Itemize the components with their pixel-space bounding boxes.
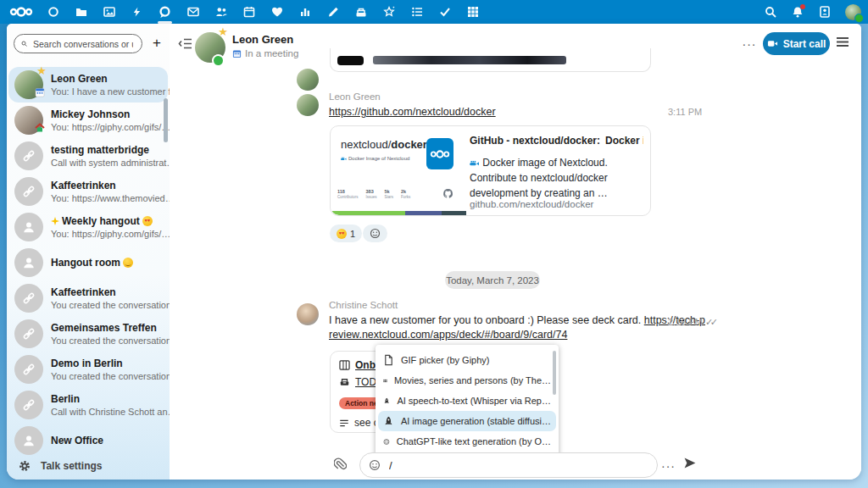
contacts-icon[interactable] — [214, 6, 227, 19]
conversation-last-message: You: https://www.themovied… — [51, 193, 168, 203]
rocket-icon — [383, 396, 390, 407]
read-receipt-icon: ✓✓ — [705, 317, 715, 328]
document-icon — [383, 354, 394, 366]
photos-icon[interactable] — [103, 6, 115, 19]
conversation-leon-green[interactable]: ★ Leon Green You: I have a new customer … — [8, 67, 168, 103]
docker-whale-icon — [470, 158, 480, 167]
conversation-demo-in-berlin[interactable]: Demo in Berlin You created the conversat… — [8, 352, 168, 387]
conversation-last-message: You created the conversation — [51, 300, 168, 310]
picker-item-chatgpt[interactable]: ChatGPT-like text generation (by O… — [376, 431, 559, 452]
person-icon — [22, 220, 36, 234]
paperclip-icon — [334, 456, 347, 470]
conversation-gemeinsames-treffen[interactable]: Gemeinsames Treffen You created the conv… — [8, 316, 168, 352]
mail-icon[interactable] — [186, 6, 199, 19]
conversation-name: Hangout room — [51, 257, 120, 269]
picker-item-ai-speech[interactable]: AI speech-to-text (Whisper via Rep… — [376, 391, 559, 411]
github-link[interactable]: https://github.com/nextcloud/docker — [329, 106, 496, 118]
reaction-heart-eyes[interactable]: ♥♥ 1 — [330, 225, 362, 242]
conversations-sidebar: + ★ Leon Green You: I have a new custome… — [7, 24, 170, 480]
chat-header-avatar-wrap[interactable]: ★ — [195, 32, 225, 63]
tasks-icon[interactable] — [438, 6, 451, 19]
picker-item-movies[interactable]: Movies, series and persons (by The… — [376, 370, 559, 391]
files-icon[interactable] — [75, 6, 87, 19]
github-link-preview-card[interactable]: nextcloud/docker Docker Image of Nextclo… — [330, 125, 651, 216]
talk-settings-button[interactable]: Talk settings — [19, 460, 102, 472]
topbar-right — [764, 0, 861, 24]
contacts-menu-icon[interactable] — [818, 6, 831, 19]
board-icon — [339, 360, 350, 370]
forms-icon[interactable] — [466, 6, 479, 19]
nextcloud-logo-tile — [426, 138, 453, 169]
video-camera-icon — [767, 38, 778, 49]
conversation-kaffeetrinken-2[interactable]: Kaffeetrinken You created the conversati… — [8, 280, 168, 316]
message-input-box[interactable] — [359, 452, 658, 478]
group-room-avatar — [14, 426, 43, 455]
search-input[interactable] — [31, 38, 135, 50]
picker-item-ai-image[interactable]: AI image generation (stable diffusi… — [378, 411, 556, 431]
chat-title: Leon Green — [232, 33, 293, 46]
link-icon — [22, 363, 36, 376]
date-separator: Today, March 7, 2023 — [445, 271, 540, 289]
sidebar-scrollbar[interactable] — [164, 98, 168, 142]
open-sidebar-menu-button[interactable] — [836, 36, 849, 47]
calendar-icon[interactable] — [242, 6, 255, 19]
search-conversations-box[interactable] — [14, 34, 142, 53]
meeting-calendar-icon — [232, 49, 242, 58]
conversation-hangout-room[interactable]: Hangout room ‿ — [8, 245, 168, 280]
conversation-mickey-johnson[interactable]: Mickey Johnson You: https://giphy.com/gi… — [8, 103, 168, 138]
conversation-last-message: You: https://giphy.com/gifs/… — [51, 122, 168, 132]
health-icon[interactable] — [270, 6, 283, 19]
media-thumbnail[interactable] — [337, 56, 364, 65]
send-message-button[interactable] — [683, 457, 697, 469]
activity-icon[interactable] — [131, 6, 143, 19]
conversation-testing-matterbridge[interactable]: testing matterbridge Call with system ad… — [8, 138, 168, 174]
add-reaction-button[interactable] — [363, 225, 387, 242]
start-call-button[interactable]: Start call — [763, 32, 830, 55]
github-og-image: nextcloud/docker Docker Image of Nextclo… — [331, 126, 466, 215]
language-bar — [331, 211, 466, 215]
dashboard-icon[interactable] — [47, 6, 59, 19]
rocket-icon — [383, 416, 394, 427]
conversation-name: Berlin — [51, 393, 168, 405]
chat-main: ★ Leon Green In a meeting ··· Start call… — [170, 24, 861, 480]
conversation-kaffeetrinken-1[interactable]: Kaffeetrinken You: https://www.themovied… — [8, 174, 168, 209]
user-avatar[interactable] — [845, 4, 861, 20]
conversation-weekly-hangout[interactable]: Weekly hangout ♥♥ You: https://giphy.com… — [8, 209, 168, 245]
talk-icon[interactable] — [159, 6, 171, 19]
analytics-icon[interactable] — [298, 6, 311, 19]
link-room-avatar — [14, 391, 43, 419]
nextcloud-logo[interactable] — [8, 6, 34, 21]
scrolled-message-media-card[interactable] — [330, 48, 651, 72]
conversation-name: Gemeinsames Treffen — [51, 322, 168, 334]
conversation-berlin[interactable]: Berlin Call with Christine Schott an… — [8, 387, 168, 423]
attach-file-button[interactable] — [334, 456, 347, 470]
favorite-star-icon: ★ — [218, 26, 228, 37]
conversation-new-office[interactable]: New Office — [8, 423, 168, 458]
collectives-icon[interactable] — [410, 6, 423, 19]
notifications-bell-icon[interactable] — [791, 6, 804, 19]
group-room-avatar — [14, 213, 43, 241]
send-icon — [683, 457, 697, 469]
integrations-icon[interactable] — [382, 6, 395, 19]
description-icon — [339, 419, 349, 428]
person-icon — [22, 256, 36, 269]
emoji-picker-icon[interactable] — [369, 459, 381, 471]
deck-box-icon — [339, 377, 350, 387]
message-input[interactable] — [387, 458, 648, 473]
new-conversation-button[interactable]: + — [147, 34, 166, 53]
search-icon[interactable] — [764, 6, 776, 19]
repo-stats: 118Contributors 383Issues 5kStars 2kFork… — [337, 189, 410, 199]
conversation-more-button[interactable]: ··· — [739, 36, 760, 53]
composer-more-button[interactable]: ··· — [661, 459, 676, 473]
popup-scrollbar[interactable] — [553, 351, 556, 395]
deck-icon[interactable] — [354, 6, 367, 19]
message-author: Leon Green — [329, 92, 381, 102]
picker-item-gif[interactable]: GIF picker (by Giphy) — [376, 350, 559, 370]
house-status-badge — [35, 121, 45, 136]
group-room-avatar — [14, 248, 43, 277]
message-author: Christine Schott — [329, 300, 398, 310]
gear-icon — [19, 460, 31, 472]
collapse-sidebar-button[interactable] — [178, 37, 193, 50]
notes-icon[interactable] — [326, 6, 339, 19]
video-preview-strip[interactable] — [373, 56, 566, 64]
